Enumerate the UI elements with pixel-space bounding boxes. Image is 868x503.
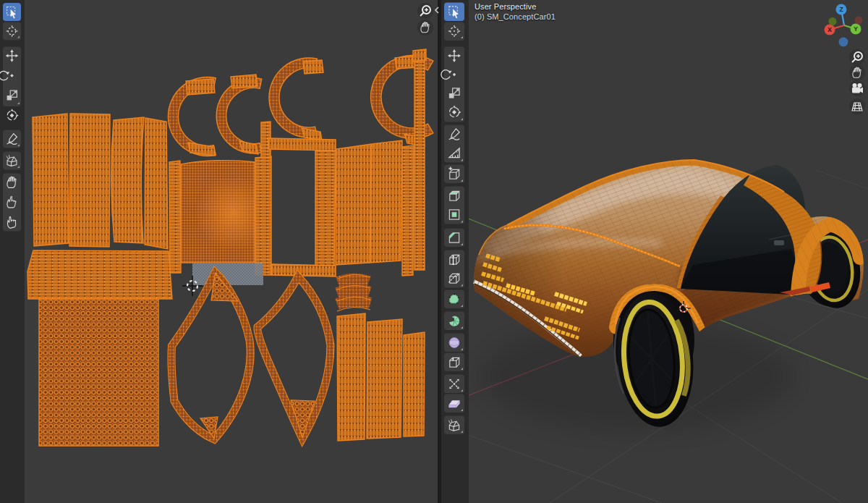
svg-text:Y: Y [854, 25, 858, 33]
svg-text:X: X [827, 26, 832, 33]
svg-text:Z: Z [839, 6, 843, 13]
